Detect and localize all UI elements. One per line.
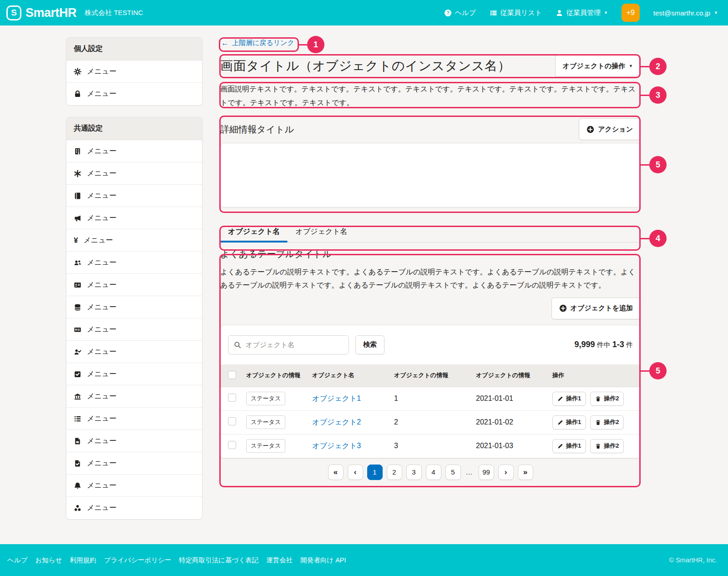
sidebar-item-1-16[interactable]: メニュー — [66, 497, 202, 519]
notification-badge[interactable]: +9 — [622, 4, 640, 22]
sidebar-item-label: メニュー — [87, 325, 116, 334]
count-unit: 件 — [626, 341, 633, 349]
status-badge: ステータス — [246, 415, 285, 429]
sidebar-item-1-13[interactable]: メニュー — [66, 430, 202, 452]
row-action-button-2[interactable]: 操作2 — [590, 392, 624, 406]
sidebar-item-0-1[interactable]: メニュー — [66, 83, 202, 105]
row-checkbox[interactable] — [228, 417, 236, 425]
sidebar-item-label: メニュー — [87, 392, 116, 401]
tab-object-1[interactable]: オブジェクト名 — [288, 221, 355, 242]
sidebar-item-label: メニュー — [87, 147, 116, 156]
object-date-cell: 2021-01-02 — [472, 410, 549, 434]
search-button[interactable]: 検索 — [355, 335, 384, 354]
sidebar-item-label: メニュー — [87, 89, 116, 99]
svg-text:?: ? — [446, 10, 449, 15]
sidebar-item-label: メニュー — [87, 436, 116, 446]
column-header-3: オブジェクトの情報 — [472, 364, 549, 387]
header-nav-label: ヘルプ — [455, 9, 476, 17]
row-action-button-1[interactable]: 操作1 — [552, 439, 586, 453]
sidebar-item-1-0[interactable]: メニュー — [66, 140, 202, 162]
pagination-page-4[interactable]: 4 — [426, 465, 441, 480]
account-menu[interactable]: test@smarthr.co.jp ▼ — [653, 9, 718, 17]
header-nav-item-1[interactable]: 従業員リスト — [490, 9, 542, 17]
footer-link-6[interactable]: 開発者向け API — [300, 556, 346, 565]
help-circle-icon: ? — [444, 9, 452, 17]
footer-link-3[interactable]: プライバシーポリシー — [104, 556, 172, 565]
pagination-next-button[interactable]: › — [498, 465, 514, 480]
sidebar-item-1-4[interactable]: ¥メニュー — [66, 229, 202, 252]
main-content: ← 上階層に戻るリンク 画面タイトル（オブジェクトのインスタンス名） オブジェク… — [220, 37, 641, 480]
footer-link-4[interactable]: 特定商取引法に基づく表記 — [179, 556, 258, 565]
row-checkbox[interactable] — [228, 394, 236, 402]
id-card-icon — [74, 281, 81, 289]
header-nav-item-2[interactable]: 従業員管理▼ — [556, 9, 608, 17]
header-nav-item-0[interactable]: ?ヘルプ — [444, 9, 476, 17]
plus-circle-icon — [586, 126, 594, 133]
asterisk-icon — [74, 170, 81, 177]
row-checkbox[interactable] — [228, 441, 236, 449]
tab-object-0[interactable]: オブジェクト名 — [220, 221, 288, 242]
sidebar-item-label: メニュー — [87, 280, 116, 290]
sidebar-item-1-12[interactable]: メニュー — [66, 408, 202, 430]
object-link[interactable]: オブジェクト2 — [312, 418, 361, 426]
back-link[interactable]: ← 上階層に戻るリンク — [220, 37, 295, 49]
table-section: よくあるテーブルタイトル よくあるテーブルの説明テキストです。よくあるテーブルの… — [220, 248, 641, 480]
sidebar-item-label: メニュー — [87, 414, 116, 424]
select-all-checkbox[interactable] — [228, 371, 236, 379]
footer-links: ヘルプお知らせ利用規約プライバシーポリシー特定商取引法に基づく表記運営会社開発者… — [7, 556, 346, 565]
sidebar-item-1-9[interactable]: メニュー — [66, 341, 202, 363]
sidebar-item-1-2[interactable]: メニュー — [66, 185, 202, 207]
pagination-page-3[interactable]: 3 — [406, 465, 422, 480]
table-row: ステータスオブジェクト112021-01-01操作1操作2 — [221, 387, 640, 410]
search-icon — [234, 341, 241, 349]
pagination-page-5[interactable]: 5 — [445, 465, 461, 480]
add-object-label: オブジェクトを追加 — [571, 304, 633, 313]
sidebar-item-1-7[interactable]: メニュー — [66, 296, 202, 318]
row-action-button-2[interactable]: 操作2 — [590, 415, 624, 429]
sidebar-section-title: 個人設定 — [66, 38, 202, 61]
pagination-page-1[interactable]: 1 — [367, 465, 383, 480]
gear-icon — [74, 68, 81, 76]
sidebar-item-1-6[interactable]: メニュー — [66, 274, 202, 296]
sidebar-item-1-3[interactable]: メニュー — [66, 207, 202, 229]
pagination-prev-button[interactable]: ‹ — [348, 465, 363, 480]
row-action-label: 操作2 — [604, 442, 619, 450]
user-icon — [556, 9, 563, 17]
pagination-first-button[interactable]: « — [328, 465, 344, 480]
sidebar-item-0-0[interactable]: メニュー — [66, 61, 202, 83]
search-box — [228, 335, 349, 354]
sidebar-item-1-11[interactable]: メニュー — [66, 385, 202, 408]
row-action-button-1[interactable]: 操作1 — [552, 392, 586, 406]
object-link[interactable]: オブジェクト3 — [312, 442, 361, 450]
count-total: 9,999 — [574, 340, 595, 349]
pagination-page-99[interactable]: 99 — [479, 465, 494, 480]
row-action-button-1[interactable]: 操作1 — [552, 415, 586, 429]
sidebar-item-1-1[interactable]: メニュー — [66, 162, 202, 185]
sidebar-item-1-15[interactable]: メニュー — [66, 475, 202, 497]
sidebar-item-1-8[interactable]: メニュー — [66, 318, 202, 341]
add-object-button[interactable]: オブジェクトを追加 — [551, 298, 641, 319]
pagination-page-2[interactable]: 2 — [387, 465, 402, 480]
sidebar-item-1-14[interactable]: メニュー — [66, 452, 202, 475]
footer-link-5[interactable]: 運営会社 — [266, 556, 293, 565]
object-link[interactable]: オブジェクト1 — [312, 394, 361, 402]
database-icon — [74, 303, 81, 311]
company-name: 株式会社 TESTINC — [85, 9, 143, 17]
table-section-description: よくあるテーブルの説明テキストです。よくあるテーブルの説明テキストです。よくある… — [220, 266, 641, 292]
search-input[interactable] — [246, 341, 343, 349]
row-action-button-2[interactable]: 操作2 — [590, 439, 624, 453]
sidebar-item-1-5[interactable]: メニュー — [66, 252, 202, 274]
users-icon — [74, 259, 81, 267]
sidebar-item-1-10[interactable]: メニュー — [66, 363, 202, 385]
chevron-down-icon: ▼ — [714, 11, 718, 15]
footer-link-2[interactable]: 利用規約 — [70, 556, 96, 565]
object-actions-label: オブジェクトの操作 — [563, 62, 625, 71]
pagination: «‹12345…99›» — [220, 465, 641, 480]
footer-link-0[interactable]: ヘルプ — [7, 556, 28, 565]
smarthr-logo[interactable]: S SmartHR — [6, 5, 76, 20]
detail-action-button[interactable]: アクション — [579, 118, 641, 140]
object-actions-button[interactable]: オブジェクトの操作 ▼ — [555, 55, 641, 77]
pagination-last-button[interactable]: » — [518, 465, 533, 480]
footer-link-1[interactable]: お知らせ — [35, 556, 62, 565]
trash-icon — [595, 396, 601, 402]
